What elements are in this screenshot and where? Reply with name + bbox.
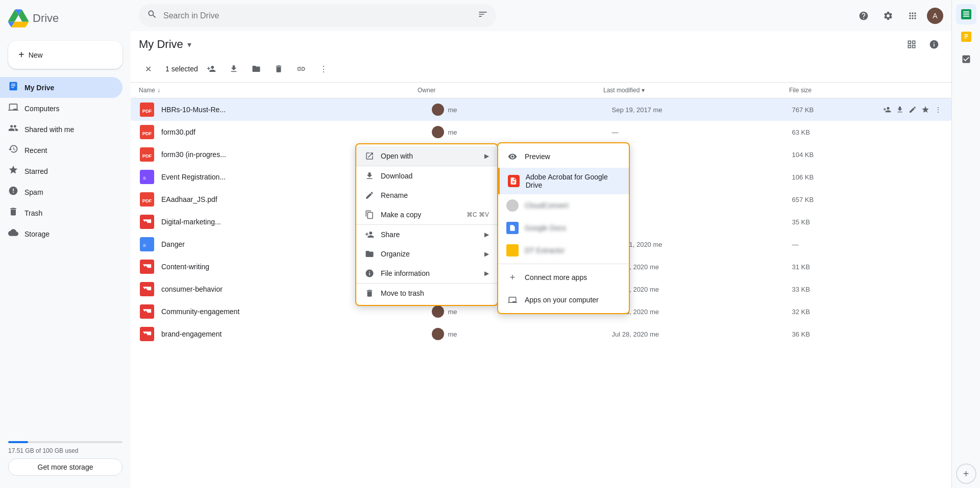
context-menu-overlay: Open with ▶ Preview: [131, 31, 951, 488]
sidebar-item-shared-label: Shared with me: [24, 125, 74, 134]
file-info-icon: [364, 269, 375, 278]
app-header: A: [131, 0, 951, 31]
context-menu-make-copy-label: Make a copy: [381, 211, 460, 219]
search-options-icon[interactable]: [478, 9, 488, 22]
storage-section: 17.51 GB of 100 GB used Get more storage: [0, 433, 131, 484]
right-panel: +: [951, 0, 980, 488]
storage-bar-background: [8, 441, 122, 443]
sidebar-item-spam[interactable]: Spam: [0, 182, 122, 202]
share-icon: [364, 230, 375, 239]
main-content: A My Drive ▾: [131, 0, 951, 488]
organize-icon: [364, 249, 375, 259]
sidebar-item-storage[interactable]: Storage: [0, 223, 122, 244]
open-with-icon: [364, 151, 375, 161]
submenu-google-docs[interactable]: Google Docs: [498, 217, 629, 239]
keep-panel-button[interactable]: [956, 27, 976, 47]
storage-used-text: 17.51 GB of 100 GB used: [8, 447, 122, 454]
trash-icon: [8, 207, 18, 219]
context-menu-open-with-label: Open with: [381, 152, 478, 160]
plus-icon: +: [18, 49, 24, 61]
shared-icon: [8, 123, 18, 136]
svg-rect-19: [963, 13, 969, 15]
organize-arrow-icon: ▶: [484, 250, 489, 258]
move-to-trash-icon: [364, 289, 375, 298]
sidebar-item-starred-label: Starred: [24, 167, 48, 175]
context-menu-share[interactable]: Share ▶: [356, 225, 497, 244]
app-name: Drive: [33, 12, 59, 25]
context-menu-rename[interactable]: Rename: [356, 186, 497, 205]
svg-rect-20: [963, 16, 969, 17]
submenu-cloudconvert[interactable]: CloudConvert: [498, 194, 629, 217]
adobe-acrobat-icon: [508, 175, 520, 187]
spam-icon: [8, 186, 18, 198]
apps-button[interactable]: [902, 6, 923, 26]
context-menu-download[interactable]: Download: [356, 166, 497, 186]
google-docs-label: Google Docs: [525, 224, 566, 232]
submenu-connect-more-apps[interactable]: + Connect more apps: [498, 266, 629, 289]
context-menu-organize-label: Organize: [381, 250, 478, 258]
context-menu-file-info[interactable]: File information ▶: [356, 264, 497, 283]
sidebar-item-shared[interactable]: Shared with me: [0, 119, 122, 140]
download-icon: [364, 171, 375, 181]
get-more-storage-button[interactable]: Get more storage: [8, 458, 122, 476]
sidebar-item-starred[interactable]: Starred: [0, 161, 122, 182]
connect-more-apps-icon: +: [506, 271, 519, 284]
google-docs-icon: [506, 222, 519, 234]
submenu-preview[interactable]: Preview: [498, 145, 629, 168]
apps-on-computer-label: Apps on your computer: [525, 296, 599, 304]
svg-rect-18: [963, 11, 969, 13]
sidebar-item-my-drive-label: My Drive: [24, 84, 54, 92]
sidebar-item-computers-label: Computers: [24, 105, 59, 113]
new-button-label: New: [29, 51, 43, 59]
submenu-divider: [498, 264, 629, 264]
drive-content: My Drive ▾ ✕ 1 selected: [131, 31, 951, 488]
adobe-acrobat-label: Adobe Acrobat for Google Drive: [526, 173, 621, 189]
storage-icon: [8, 227, 18, 240]
context-menu-organize[interactable]: Organize ▶: [356, 244, 497, 264]
sidebar-nav: My Drive Computers Shared with me Recent: [0, 77, 131, 244]
search-input[interactable]: [163, 11, 472, 20]
context-menu-open-with[interactable]: Open with ▶ Preview: [356, 146, 497, 166]
context-menu-file-info-label: File information: [381, 269, 478, 277]
file-info-arrow-icon: ▶: [484, 270, 489, 277]
dt-extractor-icon: [506, 244, 519, 256]
search-icon: [147, 9, 157, 22]
app-logo-area: Drive: [0, 4, 131, 37]
context-menu-rename-label: Rename: [381, 191, 489, 199]
sidebar-item-computers[interactable]: Computers: [0, 98, 122, 119]
context-menu-share-label: Share: [381, 230, 478, 239]
sheets-panel-button[interactable]: [956, 4, 976, 24]
make-copy-icon: [364, 210, 375, 219]
preview-label: Preview: [525, 152, 550, 161]
add-panel-button[interactable]: +: [956, 464, 976, 484]
settings-button[interactable]: [878, 6, 898, 26]
open-with-arrow-icon: ▶: [484, 152, 489, 160]
new-button[interactable]: + New: [8, 41, 122, 69]
context-menu-move-to-trash-label: Move to trash: [381, 289, 489, 297]
tasks-panel-button[interactable]: [956, 49, 976, 69]
drive-logo-icon: [8, 8, 29, 29]
submenu-dt-extractor[interactable]: DT Extractor: [498, 239, 629, 262]
avatar[interactable]: A: [927, 8, 943, 24]
context-menu-move-to-trash[interactable]: Move to trash: [356, 284, 497, 303]
context-menu-make-copy[interactable]: Make a copy ⌘C ⌘V: [356, 205, 497, 224]
sidebar-item-storage-label: Storage: [24, 230, 50, 238]
header-actions: A: [853, 6, 943, 26]
sidebar-item-recent-label: Recent: [24, 146, 47, 155]
submenu-apps-on-computer[interactable]: Apps on your computer: [498, 289, 629, 311]
cloudconvert-icon: [506, 199, 519, 212]
share-arrow-icon: ▶: [484, 231, 489, 238]
computers-icon: [8, 102, 18, 115]
submenu-adobe-acrobat[interactable]: Adobe Acrobat for Google Drive: [498, 168, 629, 194]
open-with-submenu: Preview Adobe Acrobat for Google Drive: [497, 142, 630, 314]
sidebar-item-trash[interactable]: Trash: [0, 202, 122, 223]
storage-bar-fill: [8, 441, 28, 443]
rename-icon: [364, 191, 375, 200]
search-bar[interactable]: [139, 4, 496, 27]
sidebar-item-recent[interactable]: Recent: [0, 140, 122, 161]
apps-on-computer-icon: [506, 294, 519, 306]
sidebar: Drive + New My Drive Computers: [0, 0, 131, 488]
help-button[interactable]: [853, 6, 874, 26]
sidebar-item-spam-label: Spam: [24, 188, 43, 196]
sidebar-item-my-drive[interactable]: My Drive: [0, 77, 122, 98]
